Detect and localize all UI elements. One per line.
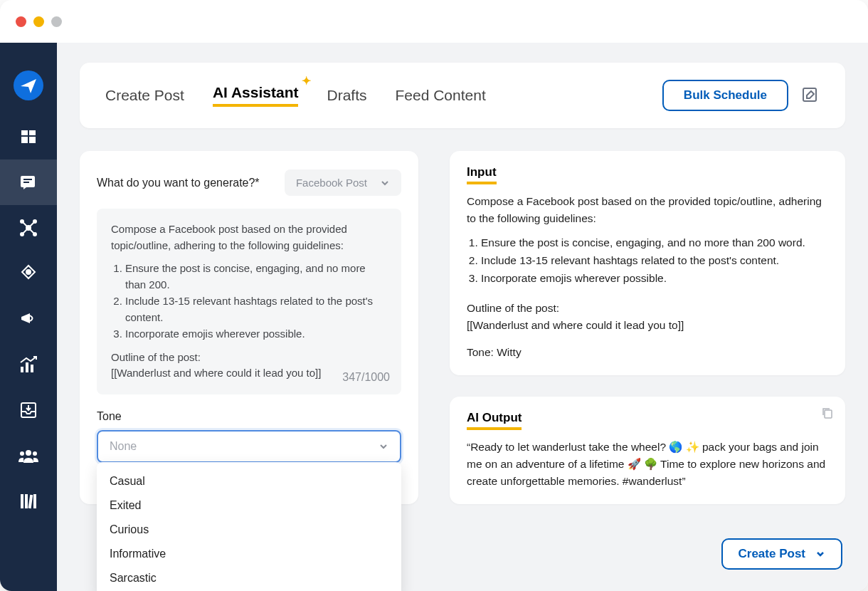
sidebar-item-team[interactable] [0, 433, 57, 478]
copy-icon[interactable] [821, 407, 834, 419]
svg-rect-1 [21, 130, 28, 135]
edit-icon[interactable] [801, 86, 820, 105]
input-guidelines: Ensure the post is concise, engaging, an… [481, 234, 828, 287]
post-type-select[interactable]: Facebook Post [285, 169, 401, 196]
svg-rect-18 [21, 367, 23, 372]
tone-option-exited[interactable]: Exited [97, 493, 401, 518]
svg-rect-25 [21, 494, 23, 508]
sparkle-icon: ✦ [302, 74, 311, 88]
sidebar-item-analytics[interactable] [0, 342, 57, 387]
generate-label: What do you want to generate?* [97, 177, 260, 189]
guideline-item: Ensure the post is concise, engaging, an… [125, 261, 387, 293]
outline-label: Outline of the post: [111, 350, 387, 366]
svg-rect-7 [23, 182, 29, 183]
svg-rect-28 [33, 494, 36, 508]
tab-create-post[interactable]: Create Post [105, 87, 184, 104]
svg-rect-20 [31, 365, 33, 372]
generator-panel: What do you want to generate?* Facebook … [80, 151, 418, 504]
svg-rect-3 [21, 137, 28, 143]
window-maximize-button[interactable] [51, 16, 62, 27]
sidebar-item-promote[interactable] [0, 296, 57, 342]
bottom-actions: Create Post [721, 538, 842, 570]
svg-rect-2 [29, 130, 36, 135]
input-intro: Compose a Facebook post based on the pro… [467, 193, 828, 227]
svg-point-22 [26, 450, 31, 456]
guideline-item: Include 13-15 relevant hashtags related … [125, 293, 387, 325]
right-panel: Input Compose a Facebook post based on t… [450, 151, 845, 504]
char-count: 347/1000 [342, 369, 390, 386]
sidebar-item-dashboard[interactable] [0, 114, 57, 159]
header-card: Create Post AI Assistant ✦ Drafts Feed C… [80, 63, 845, 128]
svg-rect-6 [23, 179, 32, 180]
tabs: Create Post AI Assistant ✦ Drafts Feed C… [105, 84, 486, 107]
content-row: What do you want to generate?* Facebook … [80, 151, 845, 504]
svg-rect-19 [26, 362, 28, 372]
input-outline-value: [[Wanderlust and where could it lead you… [467, 317, 828, 334]
output-text: “Ready to let wanderlust take the wheel?… [467, 439, 828, 490]
tab-ai-assistant[interactable]: AI Assistant ✦ [213, 84, 299, 107]
tone-option-informative[interactable]: Informative [97, 542, 401, 566]
input-outline-label: Outline of the post: [467, 300, 828, 317]
prompt-intro: Compose a Facebook post based on the pro… [111, 221, 387, 253]
tone-option-sarcastic[interactable]: Sarcastic [97, 566, 401, 590]
main-area: Create Post AI Assistant ✦ Drafts Feed C… [57, 43, 868, 591]
prompt-guidelines: Ensure the post is concise, engaging, an… [125, 261, 387, 342]
svg-point-24 [33, 451, 37, 456]
header-actions: Bulk Schedule [662, 80, 820, 111]
sidebar [0, 43, 57, 591]
svg-line-15 [22, 228, 28, 234]
tab-feed-content[interactable]: Feed Content [396, 87, 486, 104]
prompt-textarea[interactable]: Compose a Facebook post based on the pro… [97, 209, 401, 394]
svg-rect-4 [29, 137, 36, 143]
sidebar-item-library[interactable] [0, 478, 57, 524]
guideline-item: Include 13-15 relevant hashtags related … [481, 252, 828, 269]
output-card: AI Output “Ready to let wanderlust take … [450, 397, 845, 504]
post-type-value: Facebook Post [296, 177, 367, 189]
window-close-button[interactable] [16, 16, 26, 27]
tab-label: AI Assistant [213, 84, 299, 100]
sidebar-item-inbox[interactable] [0, 387, 57, 433]
svg-line-13 [22, 221, 28, 228]
app-window: Create Post AI Assistant ✦ Drafts Feed C… [0, 0, 868, 591]
tone-option-casual[interactable]: Casual [97, 469, 401, 493]
sidebar-item-network[interactable] [0, 205, 57, 251]
svg-rect-27 [28, 495, 33, 508]
tone-placeholder: None [110, 440, 137, 453]
guideline-item: Incorporate emojis wherever possible. [481, 270, 828, 287]
input-card: Input Compose a Facebook post based on t… [450, 151, 845, 375]
sidebar-item-target[interactable] [0, 251, 57, 296]
output-card-title: AI Output [467, 411, 522, 430]
create-post-label: Create Post [739, 547, 805, 561]
svg-rect-26 [25, 494, 28, 508]
svg-rect-30 [825, 410, 832, 418]
app-body: Create Post AI Assistant ✦ Drafts Feed C… [0, 43, 868, 591]
svg-line-16 [28, 228, 35, 234]
window-minimize-button[interactable] [33, 16, 44, 27]
input-card-title: Input [467, 165, 497, 184]
bulk-schedule-button[interactable]: Bulk Schedule [662, 80, 788, 111]
create-post-button[interactable]: Create Post [721, 538, 842, 570]
tone-label: Tone [97, 410, 401, 423]
svg-point-23 [20, 451, 24, 456]
app-logo[interactable] [0, 57, 57, 114]
tone-dropdown: Casual Exited Curious Informative Sarcas… [97, 462, 401, 592]
tone-select[interactable]: None [97, 430, 401, 463]
svg-point-17 [26, 270, 31, 274]
svg-line-14 [28, 221, 35, 228]
guideline-item: Incorporate emojis wherever possible. [125, 326, 387, 342]
tab-drafts[interactable]: Drafts [327, 87, 366, 104]
input-tone-line: Tone: Witty [467, 344, 828, 361]
window-titlebar [0, 0, 868, 43]
guideline-item: Ensure the post is concise, engaging, an… [481, 234, 828, 251]
tone-option-curious[interactable]: Curious [97, 518, 401, 542]
sidebar-item-compose[interactable] [0, 159, 57, 205]
